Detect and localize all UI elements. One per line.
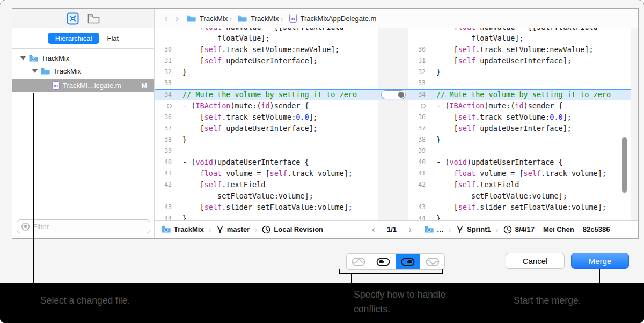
code-line: 36 [self.track setVolume:0.0]; xyxy=(408,112,631,123)
line-number: 32 xyxy=(155,67,182,78)
take-left-button[interactable] xyxy=(371,254,396,269)
merge-button[interactable]: Merge xyxy=(571,253,629,269)
prev-conflict-chevron[interactable]: ‹ xyxy=(372,225,375,234)
back-chevron-icon[interactable]: ‹ xyxy=(165,13,168,23)
code-text: setFloatValue:volume]; xyxy=(182,190,313,202)
right-choice-icon xyxy=(401,257,415,267)
repo-folder-icon xyxy=(425,226,434,233)
project-menu[interactable]: … xyxy=(437,225,444,233)
code-text: - (void)updateUserInterface { xyxy=(182,157,309,168)
code-line: 44} xyxy=(155,213,378,220)
code-line: 36 [self.track setVolume:0.0]; xyxy=(155,112,378,123)
toggle-knob xyxy=(398,92,404,98)
code-line: 32} xyxy=(408,67,631,78)
filter-icon xyxy=(21,223,30,231)
tree-item-label: TrackMi…legate.m xyxy=(63,82,121,90)
take-both-left-first-button[interactable] xyxy=(347,254,371,269)
code-text: - (IBAction)mute:(id)sender { xyxy=(182,100,309,112)
code-line: 37 [self updateUserInterface]; xyxy=(155,123,378,134)
tab-flat[interactable]: Flat xyxy=(107,34,119,42)
right-gutter xyxy=(631,28,638,220)
caption-select-file: Select a changed file. xyxy=(40,293,130,308)
code-line: 39 xyxy=(155,145,378,157)
line-number: 40 xyxy=(155,157,182,168)
filter-field[interactable] xyxy=(17,219,150,233)
breadcrumb-item-file[interactable]: m TrackMixAppDelegate.m xyxy=(289,14,377,23)
line-number: 41 xyxy=(155,168,182,179)
line-number: 39 xyxy=(408,145,436,157)
line-number: 36 xyxy=(408,112,436,123)
caption-merge: Start the merge. xyxy=(514,293,581,308)
tree-item-project[interactable]: TrackMix xyxy=(12,52,154,64)
line-number: 32 xyxy=(408,67,436,78)
comparison-editor: ‹ › TrackMix › TrackMix › m TrackMixAppD… xyxy=(155,9,638,238)
code-text: [self updateUserInterface]; xyxy=(436,55,572,67)
code-line: 40- (void)updateUserInterface { xyxy=(155,157,378,168)
left-choice-icon xyxy=(376,257,390,267)
conflict-toggle-switch[interactable] xyxy=(381,90,406,99)
separator: › xyxy=(254,225,257,234)
tree-item-label: TrackMix xyxy=(41,54,69,62)
tab-hierarchical[interactable]: Hierarchical xyxy=(48,33,100,44)
next-conflict-chevron[interactable]: › xyxy=(409,225,412,234)
code-line: floatValue]; xyxy=(408,33,631,44)
disclosure-triangle-icon[interactable] xyxy=(20,56,26,60)
line-number: 36 xyxy=(155,112,182,123)
code-line: - (IBAction)mute:(id)sender { xyxy=(408,100,631,112)
line-number: 38 xyxy=(408,134,436,145)
code-line: 38} xyxy=(408,134,631,145)
code-text: // Mute the volume by setting it to zero xyxy=(436,90,611,100)
code-text: // Mute the volume by setting it to zero xyxy=(182,90,357,100)
code-text: [self.track setVolume:newValue]; xyxy=(436,44,594,55)
breadcrumb-label: TrackMixAppDelegate.m xyxy=(301,14,377,23)
folder-view-icon[interactable] xyxy=(87,13,100,24)
branch-menu[interactable]: master xyxy=(227,225,250,233)
code-text: } xyxy=(436,213,441,220)
code-line-conflict: 34// Mute the volume by setting it to ze… xyxy=(408,89,631,100)
objc-file-icon: m xyxy=(52,81,60,90)
cancel-button[interactable]: Cancel xyxy=(506,253,565,269)
branch-icon xyxy=(456,225,464,233)
revision-menu[interactable]: Local Revision xyxy=(274,225,323,233)
line-number: 43 xyxy=(408,202,436,213)
line-number: 44 xyxy=(155,213,182,220)
line-number: 39 xyxy=(155,145,182,157)
code-line: 43 [self.slider setFloatValue:volume]; xyxy=(408,202,631,213)
ibaction-connection-icon[interactable] xyxy=(421,104,426,108)
breadcrumb-item-project[interactable]: TrackMix xyxy=(187,14,228,23)
project-menu[interactable]: TrackMix xyxy=(174,225,204,233)
branch-menu[interactable]: Sprint1 xyxy=(467,225,491,233)
disclosure-triangle-icon[interactable] xyxy=(32,69,38,73)
caption-conflicts: Specify how to handle conflicts. xyxy=(354,288,474,317)
breadcrumb-separator: › xyxy=(281,14,283,23)
code-pane-local[interactable]: float newValue = [[self.textField floatV… xyxy=(155,28,378,220)
line-number: 33 xyxy=(155,78,182,89)
code-line: - (IBAction)mute:(id)sender { xyxy=(155,100,378,112)
revision-hash: 82c5386 xyxy=(583,225,610,233)
take-right-button[interactable] xyxy=(396,254,420,269)
callout-line-conflicts xyxy=(351,273,352,283)
scrollbar-thumb[interactable] xyxy=(622,137,627,193)
code-pane-remote[interactable]: float newValue = [[self.textField floatV… xyxy=(408,28,631,220)
code-line: 33 xyxy=(408,78,631,89)
breadcrumb-item-folder[interactable]: TrackMix xyxy=(238,14,279,23)
line-number: 34 xyxy=(155,90,182,100)
code-line-conflict: 34// Mute the volume by setting it to ze… xyxy=(155,89,378,100)
forward-chevron-icon[interactable]: › xyxy=(175,13,179,23)
line-number: 38 xyxy=(155,134,182,145)
code-line: 31 [self updateUserInterface]; xyxy=(155,55,378,67)
modified-badge: M xyxy=(141,82,147,90)
version-editor-icon[interactable] xyxy=(67,12,79,25)
clock-icon xyxy=(503,225,512,234)
folder-icon xyxy=(238,15,247,22)
line-number xyxy=(408,190,436,202)
line-number: 31 xyxy=(408,55,436,67)
ibaction-connection-icon[interactable] xyxy=(167,104,172,108)
code-comparison[interactable]: float newValue = [[self.textField floatV… xyxy=(155,28,638,220)
tree-item-folder[interactable]: TrackMix xyxy=(12,65,154,77)
revision-date[interactable]: 8/4/17 xyxy=(515,225,535,233)
take-both-right-first-button[interactable] xyxy=(420,254,444,269)
tree-item-file-selected[interactable]: m TrackMi…legate.m M xyxy=(12,79,154,92)
code-line: setFloatValue:volume]; xyxy=(408,190,631,202)
filter-input[interactable] xyxy=(33,223,145,231)
